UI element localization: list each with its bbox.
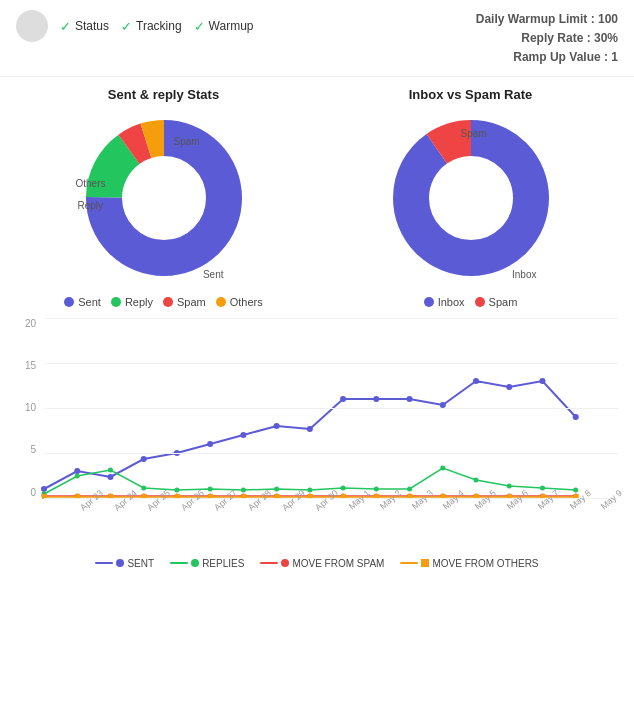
svg-point-38 [473,477,478,482]
x-may2: May 2 [378,488,403,511]
y-label-5: 5 [16,444,36,455]
legend-reply-dot [111,297,121,307]
svg-point-21 [473,378,479,384]
sent-reply-legend: Sent Reply Spam Others [64,296,263,308]
reply-rate: Reply Rate : 30% [476,29,618,48]
spam-label: Spam [174,136,200,147]
sent-line-dot [116,559,124,567]
svg-point-26 [75,473,80,478]
legend-spam-label: Spam [177,296,206,308]
x-may6: May 6 [504,488,529,511]
replies-line-indicator [170,562,188,564]
x-apr25: Apr 25 [145,488,172,513]
svg-point-27 [108,467,113,472]
legend-sent-line-label: SENT [127,558,154,569]
x-apr29: Apr 29 [280,488,307,513]
x-may3: May 3 [410,488,435,511]
grid-10 [44,408,618,409]
x-may5: May 5 [473,488,498,511]
check-status-icon: ✓ [60,19,71,34]
spam-line-dot [281,559,289,567]
legend-replies-line: REPLIES [170,558,244,569]
svg-point-9 [74,468,80,474]
inbox-spam-legend: Inbox Spam [424,296,518,308]
badge-tracking: ✓ Tracking [121,19,182,34]
y-label-0: 0 [16,487,36,498]
legend-inbox-spam-dot [475,297,485,307]
svg-point-15 [274,423,280,429]
inbox-spam-chart-section: Inbox vs Spam Rate Spam Inbox Inbox Spam [317,87,624,308]
legend-inbox-spam: Spam [475,296,518,308]
legend-sent: Sent [64,296,101,308]
legend-others-line-label: MOVE FROM OTHERS [432,558,538,569]
sent-reply-chart-section: Sent & reply Stats Spam Others Reply Sen… [10,87,317,308]
legend-inbox: Inbox [424,296,465,308]
y-label-15: 15 [16,360,36,371]
ramp-up-value: Ramp Up Value : 1 [476,48,618,67]
inbox-spam-donut: Spam Inbox [381,108,561,288]
x-may8: May 8 [568,488,593,511]
svg-point-19 [407,396,413,402]
svg-point-16 [307,426,313,432]
y-label-20: 20 [16,318,36,329]
x-axis: Apr 23 Apr 24 Apr 25 Apr 26 Apr 27 Apr 2… [72,488,618,498]
badge-status: ✓ Status [60,19,109,34]
y-axis: 20 15 10 5 0 [16,318,36,518]
svg-point-23 [539,378,545,384]
badge-tracking-label: Tracking [136,19,182,33]
badge-status-label: Status [75,19,109,33]
others-line-indicator [400,562,418,564]
x-apr26: Apr 26 [179,488,206,513]
x-may7: May 7 [536,488,561,511]
others-line-square [421,559,429,567]
legend-sent-label: Sent [78,296,101,308]
reply-label: Reply [78,200,104,211]
inbox-label: Inbox [512,269,536,280]
chart-area: Apr 23 Apr 24 Apr 25 Apr 26 Apr 27 Apr 2… [44,318,618,498]
check-warmup-icon: ✓ [194,19,205,34]
legend-others-label: Others [230,296,263,308]
x-may4: May 4 [441,488,466,511]
legend-others-line: MOVE FROM OTHERS [400,558,538,569]
x-apr24: Apr 24 [112,488,139,513]
legend-spam-line-label: MOVE FROM SPAM [292,558,384,569]
legend-inbox-dot [424,297,434,307]
badge-warmup: ✓ Warmup [194,19,254,34]
grid-5 [44,453,618,454]
status-badges: ✓ Status ✓ Tracking ✓ Warmup [60,19,254,34]
svg-point-24 [573,414,579,420]
sent-reply-svg [74,108,254,288]
line-chart-legend: SENT REPLIES MOVE FROM SPAM MOVE FROM OT… [16,550,618,575]
legend-reply: Reply [111,296,153,308]
legend-spam: Spam [163,296,206,308]
grid-15 [44,363,618,364]
replies-line-dot [191,559,199,567]
badge-warmup-label: Warmup [209,19,254,33]
line-chart-wrapper: 20 15 10 5 0 [16,318,618,518]
legend-replies-line-label: REPLIES [202,558,244,569]
avatar [16,10,48,42]
svg-point-14 [240,432,246,438]
x-apr27: Apr 27 [213,488,240,513]
header: ✓ Status ✓ Tracking ✓ Warmup Daily Warmu… [0,0,634,77]
svg-point-37 [440,465,445,470]
x-may1: May 1 [346,488,371,511]
svg-point-22 [506,384,512,390]
legend-inbox-label: Inbox [438,296,465,308]
sent-reply-donut: Spam Others Reply Sent [74,108,254,288]
sent-line-indicator [95,562,113,564]
check-tracking-icon: ✓ [121,19,132,34]
line-chart-section: 20 15 10 5 0 [0,308,634,575]
legend-sent-dot [64,297,74,307]
grid-20 [44,318,618,319]
svg-point-13 [207,441,213,447]
inbox-spam-title: Inbox vs Spam Rate [409,87,533,102]
legend-others: Others [216,296,263,308]
svg-point-18 [373,396,379,402]
svg-point-17 [340,396,346,402]
legend-spam-dot [163,297,173,307]
legend-others-dot [216,297,226,307]
sent-reply-title: Sent & reply Stats [108,87,219,102]
legend-reply-label: Reply [125,296,153,308]
legend-inbox-spam-label: Spam [489,296,518,308]
